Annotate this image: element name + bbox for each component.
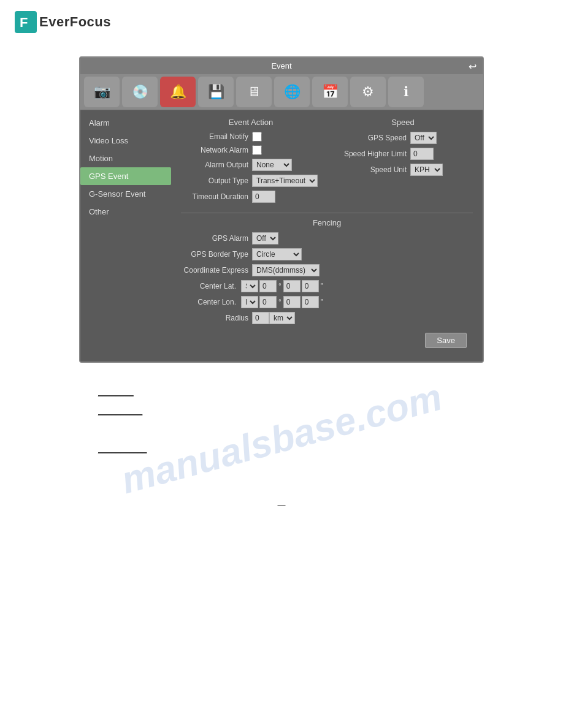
top-section: Event Action Email Notify Network Alarm …: [181, 118, 473, 207]
radius-row: Radius km mi: [181, 312, 473, 324]
title-bar: Event ↩: [80, 58, 483, 74]
center-lon-min-input[interactable]: [283, 296, 301, 308]
output-type-select[interactable]: Trans+Timeout Latch Transparent: [252, 175, 318, 187]
speed-higher-limit-row: Speed Higher Limit: [333, 148, 473, 160]
center-lon-dir-select[interactable]: E W: [241, 296, 258, 308]
sidebar-item-video-loss[interactable]: Video Loss: [80, 132, 171, 150]
network-icon[interactable]: 🌐: [274, 77, 310, 107]
back-button[interactable]: ↩: [469, 60, 477, 72]
bottom-line-1[interactable]: ________: [98, 387, 465, 396]
schedule-icon[interactable]: 📅: [312, 77, 348, 107]
logo-text: EverFocus: [39, 14, 111, 30]
speed-section: Speed GPS Speed Off On Speed Higher Limi…: [333, 118, 473, 207]
gps-alarm-row: GPS Alarm Off On: [181, 232, 473, 245]
center-lon-label: Center Lon.: [181, 298, 236, 306]
timeout-duration-label: Timeout Duration: [181, 192, 248, 201]
center-lat-deg-input[interactable]: [259, 280, 277, 292]
speed-higher-limit-label: Speed Higher Limit: [333, 150, 407, 158]
center-lon-sec-input[interactable]: [302, 296, 319, 308]
speed-higher-limit-input[interactable]: [410, 148, 434, 160]
alarm-output-select[interactable]: None Alarm1 Alarm2: [252, 159, 292, 171]
network-alarm-label: Network Alarm: [181, 146, 248, 154]
radius-label: Radius: [181, 314, 248, 322]
sidebar-item-other[interactable]: Other: [80, 203, 171, 221]
everfocus-logo-icon: F: [15, 11, 37, 33]
speed-title: Speed: [333, 118, 473, 127]
monitor-icon[interactable]: 🖥: [236, 77, 272, 107]
gps-speed-label: GPS Speed: [333, 134, 407, 142]
gps-speed-row: GPS Speed Off On: [333, 132, 473, 144]
gps-border-type-select[interactable]: Circle Rectangle: [252, 248, 302, 260]
center-lat-row: Center Lat. S N ° ": [181, 280, 473, 292]
gps-alarm-select[interactable]: Off On: [252, 232, 278, 245]
center-lon-row: Center Lon. E W ° ": [181, 296, 473, 308]
dvr-icon[interactable]: 💿: [122, 77, 158, 107]
fencing-title: Fencing: [181, 218, 473, 227]
center-lat-dir-select[interactable]: S N: [241, 280, 258, 292]
info-icon[interactable]: ℹ: [388, 77, 424, 107]
content-area: Alarm Video Loss Motion GPS Event G-Sens…: [80, 110, 483, 362]
logo-area: F EverFocus: [0, 0, 563, 44]
email-notify-row: Email Notify: [181, 132, 321, 142]
email-notify-label: Email Notify: [181, 132, 248, 141]
sidebar-item-motion[interactable]: Motion: [80, 150, 171, 167]
svg-text:F: F: [20, 15, 28, 30]
alarm-output-row: Alarm Output None Alarm1 Alarm2: [181, 159, 321, 171]
bottom-bar: Save: [181, 328, 473, 354]
bottom-line-3: [98, 425, 465, 434]
coordinate-express-row: Coordinate Express DMS(ddmmss) DD(ddd.dd…: [181, 264, 473, 276]
output-type-row: Output Type Trans+Timeout Latch Transpar…: [181, 175, 321, 187]
event-action-title: Event Action: [181, 118, 321, 127]
email-notify-checkbox[interactable]: [252, 132, 262, 142]
camera-icon[interactable]: 📷: [84, 77, 120, 107]
sidebar: Alarm Video Loss Motion GPS Event G-Sens…: [80, 110, 171, 362]
coordinate-express-select[interactable]: DMS(ddmmss) DD(ddd.ddddd): [252, 264, 320, 276]
bottom-text-area: ________ __________ ___________: [0, 375, 563, 476]
center-lat-min-input[interactable]: [283, 280, 301, 292]
gps-alarm-label: GPS Alarm: [181, 234, 248, 243]
alarm-output-label: Alarm Output: [181, 161, 248, 169]
center-lat-label: Center Lat.: [181, 282, 236, 290]
timeout-duration-row: Timeout Duration: [181, 191, 321, 203]
alarm-icon[interactable]: 🔔: [160, 77, 196, 107]
gps-speed-select[interactable]: Off On: [410, 132, 437, 144]
network-alarm-row: Network Alarm: [181, 145, 321, 155]
sidebar-item-g-sensor-event[interactable]: G-Sensor Event: [80, 185, 171, 203]
speed-unit-select[interactable]: KPH MPH: [410, 164, 443, 176]
gps-border-type-label: GPS Border Type: [181, 250, 248, 259]
settings-icon[interactable]: ⚙: [350, 77, 386, 107]
icon-toolbar: 📷 💿 🔔 💾 🖥 🌐 📅 ⚙ ℹ: [80, 74, 483, 110]
main-panel: Event Action Email Notify Network Alarm …: [171, 110, 483, 362]
sidebar-item-alarm[interactable]: Alarm: [80, 114, 171, 132]
fencing-section: Fencing GPS Alarm Off On GPS Border Type…: [181, 213, 473, 324]
event-dialog: Event ↩ 📷 💿 🔔 💾 🖥 🌐 📅 ⚙ ℹ Alarm Video Lo…: [79, 56, 484, 363]
radius-input[interactable]: [252, 312, 269, 324]
output-type-label: Output Type: [181, 176, 248, 185]
dialog-title: Event: [271, 61, 291, 70]
network-alarm-checkbox[interactable]: [252, 145, 262, 155]
hdd-icon[interactable]: 💾: [198, 77, 234, 107]
coordinate-express-label: Coordinate Express: [181, 266, 248, 275]
sidebar-item-gps-event[interactable]: GPS Event: [80, 167, 171, 185]
save-button[interactable]: Save: [425, 333, 467, 348]
speed-unit-row: Speed Unit KPH MPH: [333, 164, 473, 176]
bottom-line-4[interactable]: ___________: [98, 444, 465, 453]
radius-unit-select[interactable]: km mi: [269, 312, 295, 324]
bottom-line-2[interactable]: __________: [98, 406, 465, 415]
center-lat-sec-input[interactable]: [302, 280, 319, 292]
timeout-duration-input[interactable]: [252, 191, 275, 203]
speed-unit-label: Speed Unit: [333, 165, 407, 174]
gps-border-type-row: GPS Border Type Circle Rectangle: [181, 248, 473, 260]
center-lon-deg-input[interactable]: [259, 296, 277, 308]
event-action-section: Event Action Email Notify Network Alarm …: [181, 118, 321, 207]
bottom-dash: —: [0, 500, 563, 509]
